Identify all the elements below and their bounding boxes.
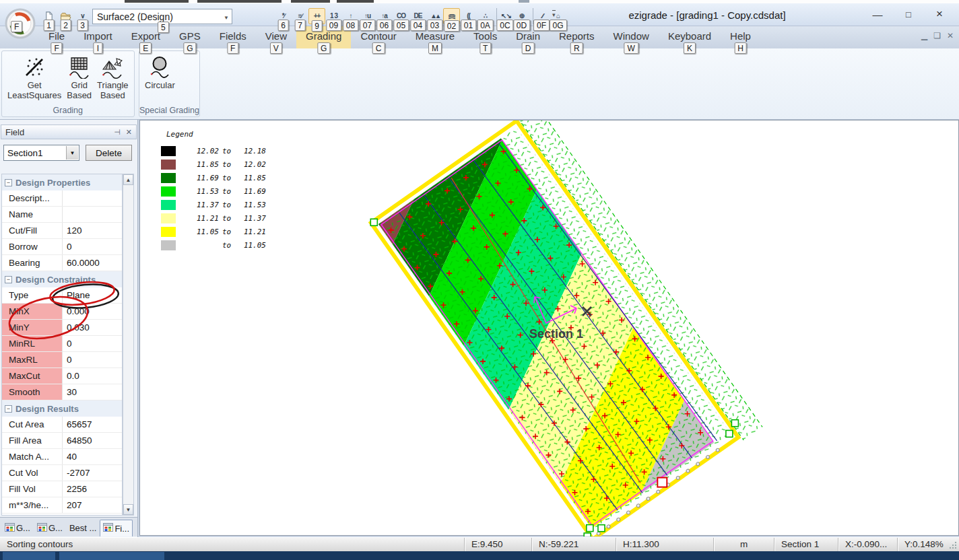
property-value[interactable] [63, 207, 122, 222]
application-window: F 12∨3 Surface2 (Design) ▼ 5 *∕6≡∕7++91 … [0, 0, 959, 560]
arrow-up-bar-button[interactable]: ↑08 [342, 8, 359, 24]
property-value[interactable]: 0 [63, 336, 122, 351]
circular-button[interactable]: Circular [142, 53, 178, 105]
property-value[interactable]: 65657 [63, 417, 122, 432]
property-value[interactable]: 40 [63, 449, 122, 464]
property-value[interactable] [63, 190, 122, 206]
tab-gps[interactable]: GPSG [170, 26, 210, 48]
property-value[interactable]: Plane [63, 287, 122, 303]
tab-help[interactable]: HelpH [721, 26, 760, 48]
property-label: Bearing [2, 255, 63, 271]
collapse-icon[interactable]: − [5, 405, 12, 413]
collapse-icon[interactable]: − [5, 276, 12, 283]
button-label: GetLeastSquares [7, 80, 61, 100]
arcs-icon: (( [467, 13, 470, 20]
property-row: MinY0.030 [2, 320, 122, 336]
keytip-badge: 0F [533, 20, 550, 31]
panel-tab-g[interactable]: G... [1, 520, 34, 536]
property-value[interactable]: 0 [63, 239, 122, 254]
resize-grip[interactable] [948, 540, 958, 550]
property-value[interactable]: 0.0 [63, 368, 122, 384]
arrow-up-u-button[interactable]: ↑u07 [359, 8, 376, 24]
co-button[interactable]: CO05 [393, 8, 409, 24]
field-selector-combobox[interactable]: Section1 ▼ [3, 145, 79, 161]
minimize-button[interactable]: — [862, 5, 893, 24]
new-document-button[interactable]: 1 [40, 8, 57, 24]
property-value[interactable]: 60.0000 [63, 255, 122, 271]
triangles-button[interactable]: ▲▴03 [426, 8, 443, 24]
expand-arrows-button[interactable]: ↖↘0C [496, 8, 513, 24]
panel-tab-best[interactable]: Best ... [66, 520, 100, 536]
keytip-badge: 01 [461, 20, 476, 31]
ribbon-options-chevron-icon[interactable]: ▾ [552, 10, 556, 18]
section-header-design-constraints[interactable]: −Design Constraints [2, 271, 122, 287]
tab-label: Keyboard [668, 30, 711, 42]
plus-plus-button[interactable]: ++9 [308, 8, 325, 24]
target-button[interactable]: ⊕0D [513, 8, 530, 24]
surface-selector-combobox[interactable]: Surface2 (Design) ▼ 5 [92, 9, 232, 24]
tab-label: File [48, 30, 65, 42]
pin-icon[interactable]: ⊣ [114, 128, 121, 137]
tab-window[interactable]: WindowW [604, 26, 659, 48]
keytip-badge: 3 [77, 20, 88, 31]
star-line-button[interactable]: *∕6 [275, 8, 292, 24]
tab-keyboard[interactable]: KeyboardK [659, 26, 721, 48]
get-leastsquares-button[interactable]: GetLeastSquares [5, 53, 64, 105]
property-row: Cut Area65657 [2, 417, 122, 433]
collapse-icon[interactable]: − [5, 179, 12, 186]
co-icon: CO [397, 13, 405, 20]
property-value[interactable]: 30 [63, 384, 122, 400]
property-grid-scrollbar[interactable]: ▲ ▼ [123, 174, 134, 516]
scroll-up-icon[interactable]: ▲ [123, 174, 133, 185]
one-three-icon: 1 3 [330, 13, 337, 20]
property-value[interactable]: 2256 [63, 481, 122, 497]
chevron-down-button[interactable]: ∨3 [74, 8, 91, 24]
tab-view[interactable]: ViewV [256, 26, 296, 48]
mdi-restore-button[interactable]: ❏ [933, 32, 941, 40]
tab-label: Export [131, 30, 160, 42]
property-value[interactable]: 0 [63, 352, 122, 368]
chevron-down-icon: ∨ [80, 13, 84, 20]
maximize-button[interactable]: □ [893, 5, 924, 24]
levels-line-button[interactable]: ≡∕7 [292, 8, 308, 24]
one-three-button[interactable]: 1 309 [325, 8, 342, 24]
delete-button[interactable]: Delete [86, 145, 132, 161]
signal-button[interactable]: (((02 [443, 8, 460, 24]
tab-label: Tools [473, 30, 497, 42]
section-header-design-results[interactable]: −Design Results [2, 400, 122, 417]
panel-tab-fi[interactable]: Fi... [100, 520, 133, 536]
property-row: MinX0.000 [2, 304, 122, 320]
property-label: Borrow [2, 239, 63, 254]
triangle-based-button[interactable]: TriangleBased [94, 53, 131, 105]
mdi-close-button[interactable]: ✕ [947, 32, 954, 40]
property-value[interactable]: 0.000 [63, 304, 122, 319]
property-value[interactable]: -2707 [63, 465, 122, 481]
property-value[interactable]: 64850 [63, 433, 122, 448]
section-title: Design Constraints [15, 275, 96, 285]
property-row: MinRL0 [2, 336, 122, 352]
field-panel: Field ⊣ ✕ Section1 ▼ Delete −Design Prop… [0, 120, 138, 537]
mdi-minimize-button[interactable]: ▁ [921, 32, 927, 40]
de-button[interactable]: DE04 [409, 8, 426, 24]
open-folder-button[interactable]: 2 [57, 8, 74, 24]
document-window-icon [37, 523, 47, 534]
property-value[interactable]: 120 [63, 223, 122, 238]
keytip-badge: G [317, 42, 330, 54]
arrow-up-a-button[interactable]: ↑a06 [376, 8, 393, 24]
close-button[interactable]: × [924, 5, 955, 24]
tab-fields[interactable]: FieldsF [210, 26, 256, 48]
arcs-button[interactable]: ((01 [460, 8, 477, 24]
section-header-design-properties[interactable]: −Design Properties [2, 174, 122, 190]
dots-button[interactable]: ∴0A [477, 8, 494, 24]
property-value[interactable]: 207 [63, 497, 122, 513]
grid-based-button[interactable]: GridBased [64, 53, 94, 105]
drawing-canvas[interactable]: Section 1 Legend 12.02to12.1811.85to12.0… [139, 120, 959, 536]
panel-tab-g[interactable]: G... [34, 520, 66, 536]
property-label: Cut Vol [2, 465, 63, 481]
scroll-down-icon[interactable]: ▼ [123, 504, 133, 515]
property-value[interactable]: 0.030 [63, 320, 122, 335]
application-menu-button[interactable]: F [5, 8, 36, 39]
tab-label: Contour [360, 30, 396, 42]
pencils-button[interactable]: ∕∕0F [533, 8, 550, 24]
panel-close-icon[interactable]: ✕ [126, 128, 132, 137]
